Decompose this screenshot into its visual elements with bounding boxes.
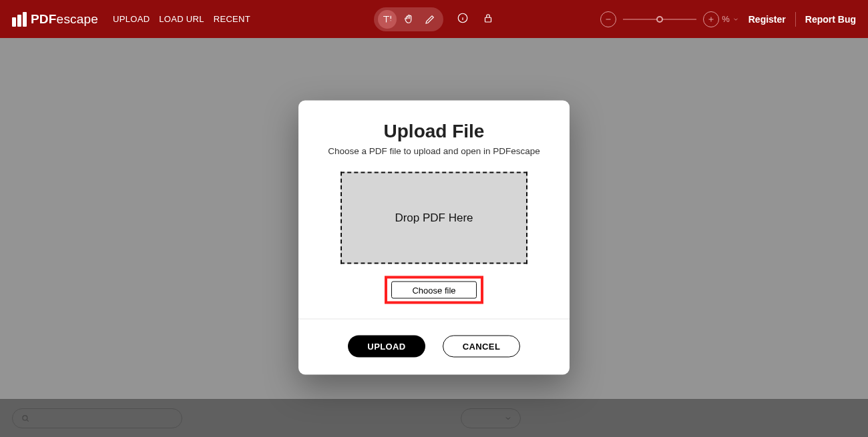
zoom-percent-dropdown[interactable]: % bbox=[722, 14, 739, 24]
report-bug-link[interactable]: Report Bug bbox=[805, 14, 856, 25]
info-icon bbox=[457, 12, 469, 24]
logo[interactable]: PDFescape bbox=[12, 12, 98, 27]
topbar: PDFescape UPLOAD LOAD URL RECENT bbox=[0, 0, 868, 38]
minus-icon bbox=[604, 15, 612, 23]
cancel-button[interactable]: CANCEL bbox=[443, 336, 520, 358]
svg-rect-1 bbox=[485, 17, 491, 22]
nav-recent[interactable]: RECENT bbox=[214, 14, 250, 24]
plus-icon bbox=[707, 15, 715, 23]
topbar-right: % Register Report Bug bbox=[600, 11, 856, 27]
chevron-down-icon bbox=[732, 16, 739, 23]
hand-icon bbox=[403, 13, 415, 25]
logo-icon bbox=[12, 12, 27, 27]
upload-button[interactable]: UPLOAD bbox=[348, 336, 425, 358]
brand-light: escape bbox=[57, 12, 98, 26]
lock-button[interactable] bbox=[482, 12, 494, 26]
zoom-slider-handle[interactable] bbox=[656, 16, 663, 23]
modal-actions: UPLOAD CANCEL bbox=[298, 336, 570, 358]
workspace: Upload File Choose a PDF file to upload … bbox=[0, 38, 868, 437]
lock-icon bbox=[482, 12, 494, 24]
hand-tool-button[interactable] bbox=[399, 10, 418, 29]
text-tool-icon bbox=[381, 13, 393, 25]
zoom-slider[interactable] bbox=[623, 19, 696, 20]
register-link[interactable]: Register bbox=[748, 14, 786, 25]
choose-file-highlight: Choose file bbox=[385, 276, 483, 304]
choose-file-button[interactable]: Choose file bbox=[391, 282, 477, 299]
zoom-controls: % bbox=[600, 11, 739, 27]
zoom-out-button[interactable] bbox=[600, 11, 616, 27]
upload-file-modal: Upload File Choose a PDF file to upload … bbox=[298, 101, 570, 375]
modal-separator bbox=[298, 319, 570, 320]
nav: UPLOAD LOAD URL RECENT bbox=[113, 14, 250, 24]
tool-pill bbox=[374, 7, 443, 31]
pdf-dropzone[interactable]: Drop PDF Here bbox=[341, 172, 527, 264]
zoom-in-button[interactable] bbox=[703, 11, 719, 27]
brand-strong: PDF bbox=[31, 12, 57, 26]
pencil-icon bbox=[424, 13, 436, 25]
zoom-percent-label: % bbox=[722, 14, 730, 24]
dropzone-label: Drop PDF Here bbox=[395, 211, 473, 225]
nav-load-url[interactable]: LOAD URL bbox=[159, 14, 204, 24]
text-tool-button[interactable] bbox=[378, 10, 397, 29]
nav-upload[interactable]: UPLOAD bbox=[113, 14, 150, 24]
logo-text: PDFescape bbox=[31, 12, 98, 27]
modal-subtitle: Choose a PDF file to upload and open in … bbox=[298, 146, 570, 156]
info-button[interactable] bbox=[457, 12, 469, 26]
modal-title: Upload File bbox=[298, 121, 570, 142]
toolbar-center bbox=[374, 7, 494, 31]
divider bbox=[795, 12, 796, 27]
draw-tool-button[interactable] bbox=[421, 10, 439, 29]
